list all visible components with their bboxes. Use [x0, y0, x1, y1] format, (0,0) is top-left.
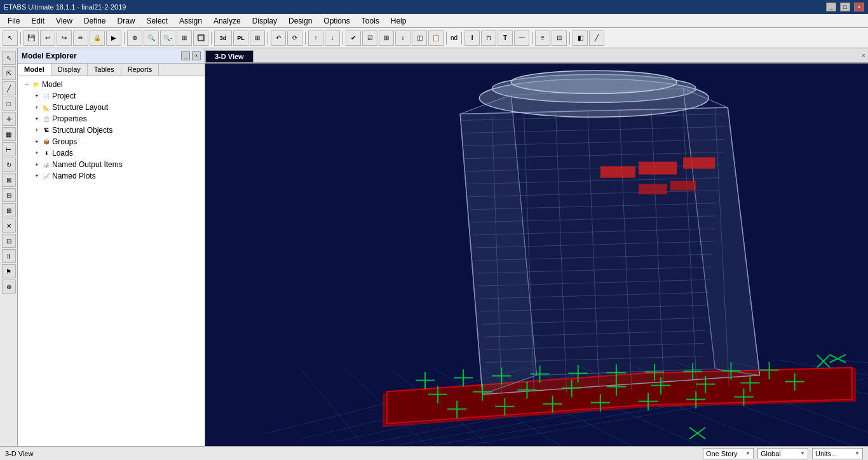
tree-expander-project[interactable]: +	[32, 91, 42, 101]
tree-root-model[interactable]: − 📁 Model	[18, 79, 205, 90]
global-dropdown[interactable]: Global	[757, 448, 808, 459]
toolbar-wave[interactable]: 〰	[514, 30, 529, 46]
menu-view[interactable]: View	[51, 15, 78, 27]
toolbar-down[interactable]: ↓	[325, 30, 340, 46]
panel-close-button[interactable]: ×	[192, 51, 201, 60]
toolbar-zoom-sel[interactable]: 🔲	[193, 30, 208, 46]
menu-analyze[interactable]: Analyze	[208, 15, 246, 27]
toolbar-split[interactable]: ◫	[412, 30, 427, 46]
toolbar-zoom-rubber[interactable]: ⊕	[127, 30, 142, 46]
toolbar-section-T[interactable]: T	[498, 30, 513, 46]
toolbar-section-I[interactable]: I	[465, 30, 480, 46]
toolbar-pointer[interactable]: ↖	[3, 30, 18, 46]
tree-item-structure-layout[interactable]: + 📐 Structure Layout	[18, 102, 205, 113]
toolbar-undo[interactable]: ↩	[40, 30, 55, 46]
toolbar-table[interactable]: ⊞	[379, 30, 394, 46]
toolbar-clipboard[interactable]: 📋	[428, 30, 444, 46]
menu-assign[interactable]: Assign	[174, 15, 207, 27]
menu-define[interactable]: Define	[79, 15, 111, 27]
tree-item-structural-objects[interactable]: + 🏗 Structural Objects	[18, 125, 205, 136]
lt-snap[interactable]: ⊕	[2, 280, 16, 294]
tree-expander-structural-objects[interactable]: +	[32, 125, 42, 135]
lt-cross[interactable]: ✛	[2, 112, 16, 126]
toolbar-refresh[interactable]: ⟳	[287, 30, 302, 46]
lt-assign[interactable]: ⊟	[2, 188, 16, 202]
toolbar-check2[interactable]: ☑	[362, 30, 377, 46]
toolbar-3d[interactable]: 3d	[214, 30, 232, 46]
3d-canvas[interactable]: مستقل mostaql.com	[205, 64, 868, 446]
toolbar-prev[interactable]: ↶	[271, 30, 286, 46]
toolbar-sep-8	[461, 32, 462, 44]
units-dropdown[interactable]: Units...	[812, 448, 863, 459]
menu-edit[interactable]: Edit	[26, 15, 50, 27]
toolbar-zoom-in[interactable]: 🔍	[144, 30, 159, 46]
lt-copy[interactable]: ⊞	[2, 203, 16, 217]
toolbar-save[interactable]: 💾	[24, 30, 39, 46]
toolbar-sep-2	[124, 32, 125, 44]
tab-display[interactable]: Display	[51, 64, 88, 76]
tree-item-named-output-items[interactable]: + 📊 Named Output Items	[18, 159, 205, 170]
lt-rotate[interactable]: ↻	[2, 158, 16, 172]
toolbar-detail[interactable]: ⊡	[552, 30, 567, 46]
lt-label[interactable]: Ⅱ	[2, 249, 16, 263]
toolbar-check[interactable]: ✔	[346, 30, 361, 46]
lt-tool2[interactable]: ⇱	[2, 66, 16, 80]
toolbar-zoom-out[interactable]: 🔍-	[160, 30, 175, 46]
lt-delete[interactable]: ✕	[2, 219, 16, 233]
lt-box[interactable]: □	[2, 97, 16, 111]
toolbar-rebar[interactable]: ≡	[535, 30, 550, 46]
view-tabs: 3-D View ×	[205, 48, 868, 64]
tree-item-properties[interactable]: + 📋 Properties	[18, 113, 205, 125]
panel-minimize-button[interactable]: _	[181, 51, 190, 60]
toolbar-section-C[interactable]: ⊓	[481, 30, 496, 46]
properties-icon: 📋	[42, 114, 51, 123]
tab-tables[interactable]: Tables	[88, 64, 121, 76]
toolbar-redo[interactable]: ↪	[57, 30, 72, 46]
tree-item-named-plots[interactable]: + 📈 Named Plots	[18, 170, 205, 182]
view-tab-3d[interactable]: 3-D View	[205, 50, 254, 62]
view-tab-close-button[interactable]: ×	[862, 51, 865, 59]
lt-line[interactable]: ╱	[2, 81, 16, 95]
tab-reports[interactable]: Reports	[121, 64, 159, 76]
close-button[interactable]: ×	[854, 3, 864, 11]
lt-section[interactable]: ⊡	[2, 234, 16, 248]
tree-item-loads[interactable]: + ⬇ Loads	[18, 147, 205, 159]
menu-draw[interactable]: Draw	[112, 15, 140, 27]
minimize-button[interactable]: _	[826, 3, 836, 11]
tree-expander-groups[interactable]: +	[32, 137, 42, 147]
toolbar-arrow[interactable]: ↕	[395, 30, 410, 46]
menu-options[interactable]: Options	[318, 15, 355, 27]
tree-expander-named-plots[interactable]: +	[32, 171, 42, 181]
toolbar-run[interactable]: ▶	[106, 30, 121, 46]
menu-select[interactable]: Select	[142, 15, 173, 27]
toolbar-edit[interactable]: ✏	[73, 30, 88, 46]
toolbar-up[interactable]: ↑	[308, 30, 323, 46]
menu-file[interactable]: File	[3, 15, 25, 27]
menu-display[interactable]: Display	[247, 15, 282, 27]
toolbar-panel[interactable]: ◧	[573, 30, 588, 46]
tree-expander-properties[interactable]: +	[32, 114, 42, 124]
menu-help[interactable]: Help	[386, 15, 412, 27]
lt-measure[interactable]: ⊢	[2, 142, 16, 156]
story-dropdown[interactable]: One Story	[703, 448, 754, 459]
menu-tools[interactable]: Tools	[356, 15, 384, 27]
tree-item-groups[interactable]: + 📦 Groups	[18, 136, 205, 147]
tree-item-project[interactable]: + 📄 Project	[18, 90, 205, 102]
tree-expander-loads[interactable]: +	[32, 148, 42, 158]
tab-model[interactable]: Model	[18, 64, 51, 76]
menu-design[interactable]: Design	[283, 15, 317, 27]
toolbar-lock[interactable]: 🔒	[90, 30, 105, 46]
lt-select[interactable]: ↖	[2, 51, 16, 65]
tree-expander-named-output-items[interactable]: +	[32, 159, 42, 170]
lt-grid[interactable]: ▦	[2, 127, 16, 141]
maximize-button[interactable]: □	[840, 3, 850, 11]
toolbar-nd-label: nd	[449, 34, 459, 41]
toolbar-grid[interactable]: ⊞	[250, 30, 265, 46]
tree-expander-structure-layout[interactable]: +	[32, 102, 42, 112]
toolbar-pl[interactable]: PL	[233, 30, 248, 46]
tree-expander-model[interactable]: −	[22, 79, 32, 90]
toolbar-zoom-fit[interactable]: ⊞	[177, 30, 192, 46]
toolbar-line[interactable]: ╱	[589, 30, 604, 46]
lt-extrude[interactable]: ⊠	[2, 173, 16, 187]
lt-tag[interactable]: ⚑	[2, 264, 16, 278]
